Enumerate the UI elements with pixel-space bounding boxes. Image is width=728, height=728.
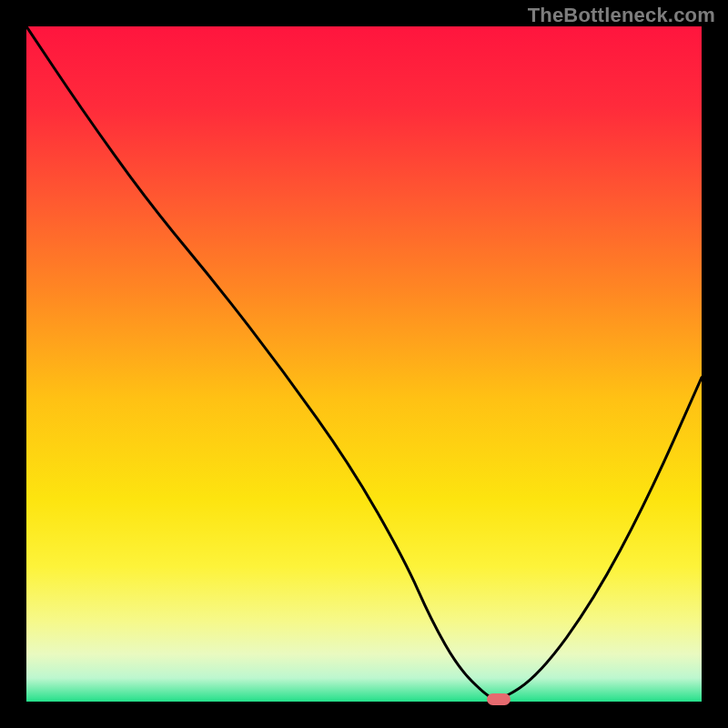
plot-area: [26, 26, 702, 702]
watermark-text: TheBottleneck.com: [528, 4, 715, 27]
gradient-rect: [26, 26, 702, 702]
chart-svg: [26, 26, 702, 702]
chart-frame: TheBottleneck.com: [0, 0, 728, 728]
optimal-point-marker: [487, 693, 511, 705]
